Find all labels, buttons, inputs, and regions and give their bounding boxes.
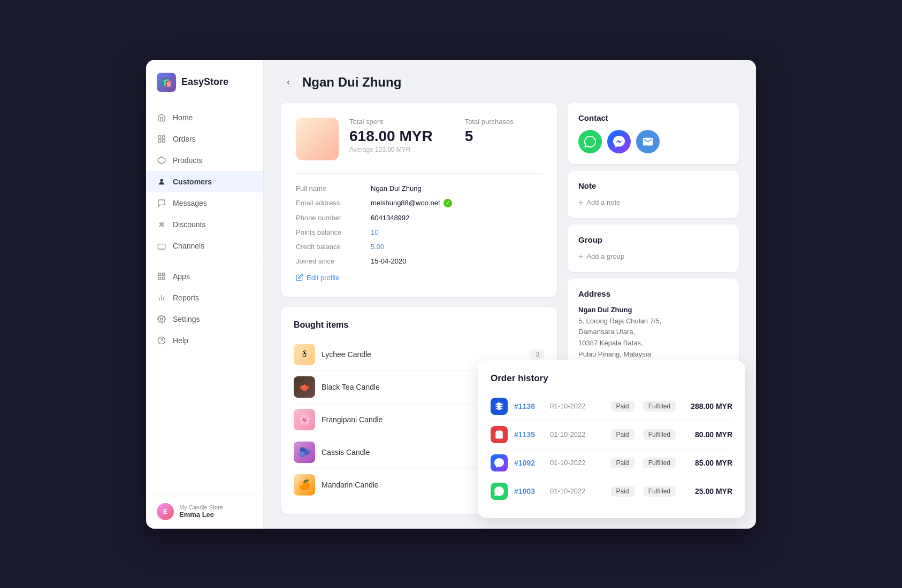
order-channel-icon-3 <box>491 483 508 500</box>
browser-window: 🛍️ EasyStore Home Orders <box>146 60 756 529</box>
order-id-0[interactable]: #1138 <box>514 402 544 411</box>
user-profile[interactable]: E My Candle Store Emma Lee <box>157 503 253 520</box>
sidebar-item-orders[interactable]: Orders <box>146 128 263 150</box>
add-group-button[interactable]: + Add a group <box>578 252 728 261</box>
product-name-0: Lychee Candle <box>322 350 525 359</box>
order-date-3: 01-10-2022 <box>550 487 605 495</box>
user-info: My Candle Store Emma Lee <box>179 504 253 519</box>
bought-items-title: Bought items <box>294 320 544 330</box>
order-date-0: 01-10-2022 <box>550 402 605 410</box>
svg-rect-12 <box>158 277 161 280</box>
order-row-2: #1092 01-10-2022 Paid Fulfilled 85.00 MY… <box>491 449 732 477</box>
right-panel: Contact Note <box>568 103 739 371</box>
sidebar-item-reports-label: Reports <box>173 293 199 302</box>
contact-title: Contact <box>578 113 728 122</box>
sidebar-item-home[interactable]: Home <box>146 107 263 128</box>
order-row-0: #1138 01-10-2022 Paid Fulfilled 288.00 M… <box>491 392 732 421</box>
address-card: Address Ngan Dui Zhung 5, Lorong Raja Ch… <box>568 278 739 371</box>
sidebar-item-channels-label: Channels <box>173 242 204 250</box>
profile-top: Total spent 618.00 MYR Average 103.00 MY… <box>296 118 542 160</box>
sidebar-item-messages-label: Messages <box>173 199 207 207</box>
user-avatar: E <box>157 503 174 520</box>
order-paid-2: Paid <box>611 458 635 468</box>
contact-card: Contact <box>568 103 739 164</box>
note-card: Note + Add a note <box>568 171 739 218</box>
sidebar-item-messages[interactable]: Messages <box>146 192 263 214</box>
order-row-1: #1135 01-10-2022 Paid Fulfilled 80.00 MY… <box>491 421 732 449</box>
order-history-card: Order history #1138 01-10-2022 Paid Fulf… <box>478 360 745 518</box>
email-button[interactable] <box>636 130 660 153</box>
total-spent-label: Total spent <box>349 118 433 126</box>
order-id-2[interactable]: #1092 <box>514 459 544 467</box>
order-channel-icon-2 <box>491 454 508 471</box>
address-name: Ngan Dui Zhung <box>578 306 728 314</box>
product-qty-0: 3 <box>531 349 544 359</box>
svg-rect-10 <box>158 273 161 276</box>
total-purchases-stat: Total purchases 5 <box>465 118 514 153</box>
sidebar-item-products[interactable]: Products <box>146 150 263 171</box>
page-header: ‹ Ngan Dui Zhung <box>281 75 739 90</box>
order-fulfilled-0: Fulfilled <box>643 401 676 412</box>
add-group-icon: + <box>578 252 583 261</box>
credit-value[interactable]: 5.00 <box>371 243 542 251</box>
svg-rect-2 <box>158 140 161 142</box>
total-purchases-value: 5 <box>465 128 514 145</box>
joined-label: Joined since <box>296 257 371 265</box>
svg-rect-11 <box>162 273 165 276</box>
apps-icon <box>157 272 166 281</box>
address-text: 5, Lorong Raja Chulan 7/5, Damansara Uta… <box>578 316 728 360</box>
main-content: ‹ Ngan Dui Zhung <box>264 60 756 529</box>
sidebar-item-help[interactable]: Help <box>146 330 263 351</box>
order-date-2: 01-10-2022 <box>550 459 605 467</box>
user-display-name: Emma Lee <box>179 510 253 519</box>
svg-marker-4 <box>158 157 165 164</box>
sidebar-item-reports[interactable]: Reports <box>146 287 263 308</box>
order-history-title: Order history <box>491 373 732 384</box>
edit-profile-button[interactable]: Edit profile <box>296 274 339 282</box>
sidebar: 🛍️ EasyStore Home Orders <box>146 60 264 529</box>
whatsapp-button[interactable] <box>578 130 602 153</box>
profile-stats: Total spent 618.00 MYR Average 103.00 MY… <box>349 118 542 153</box>
total-spent-value: 618.00 MYR <box>349 128 433 145</box>
order-paid-1: Paid <box>611 429 635 440</box>
address-title: Address <box>578 289 728 298</box>
add-note-icon: + <box>578 198 583 207</box>
add-note-label: Add a note <box>586 198 620 206</box>
user-store-name: My Candle Store <box>179 504 253 510</box>
svg-point-6 <box>160 222 162 224</box>
order-row-3: #1003 01-10-2022 Paid Fulfilled 25.00 MY… <box>491 477 732 505</box>
order-fulfilled-1: Fulfilled <box>643 429 676 440</box>
order-channel-icon-0 <box>491 398 508 415</box>
order-amount-2: 85.00 MYR <box>684 459 732 467</box>
settings-icon <box>157 314 166 324</box>
logo-text: EasyStore <box>181 76 228 88</box>
sidebar-item-products-label: Products <box>173 156 202 165</box>
order-id-1[interactable]: #1135 <box>514 430 544 439</box>
sidebar-item-apps[interactable]: Apps <box>146 266 263 287</box>
joined-value: 15-04-2020 <box>371 257 542 265</box>
note-title: Note <box>578 181 728 190</box>
sidebar-item-discounts[interactable]: Discounts <box>146 214 263 235</box>
sidebar-item-settings[interactable]: Settings <box>146 308 263 330</box>
back-button[interactable]: ‹ <box>281 75 296 90</box>
sidebar-item-channels[interactable]: Channels <box>146 235 263 257</box>
messages-icon <box>157 198 166 208</box>
discounts-icon <box>157 220 166 229</box>
order-amount-3: 25.00 MYR <box>684 487 732 496</box>
sidebar-item-customers[interactable]: Customers <box>146 171 263 192</box>
sidebar-divider <box>146 261 263 261</box>
group-title: Group <box>578 235 728 244</box>
add-note-button[interactable]: + Add a note <box>578 198 728 207</box>
sidebar-item-orders-label: Orders <box>173 135 196 143</box>
points-value[interactable]: 10 <box>371 228 542 236</box>
order-id-3[interactable]: #1003 <box>514 487 544 496</box>
svg-rect-3 <box>162 140 165 142</box>
messenger-button[interactable] <box>607 130 631 153</box>
home-icon <box>157 113 166 122</box>
reports-icon <box>157 293 166 303</box>
sidebar-item-customers-label: Customers <box>173 177 212 186</box>
sidebar-logo: 🛍️ EasyStore <box>146 60 263 103</box>
product-thumb-1: 🫖 <box>294 376 315 398</box>
order-paid-3: Paid <box>611 486 635 497</box>
sidebar-item-settings-label: Settings <box>173 315 200 323</box>
